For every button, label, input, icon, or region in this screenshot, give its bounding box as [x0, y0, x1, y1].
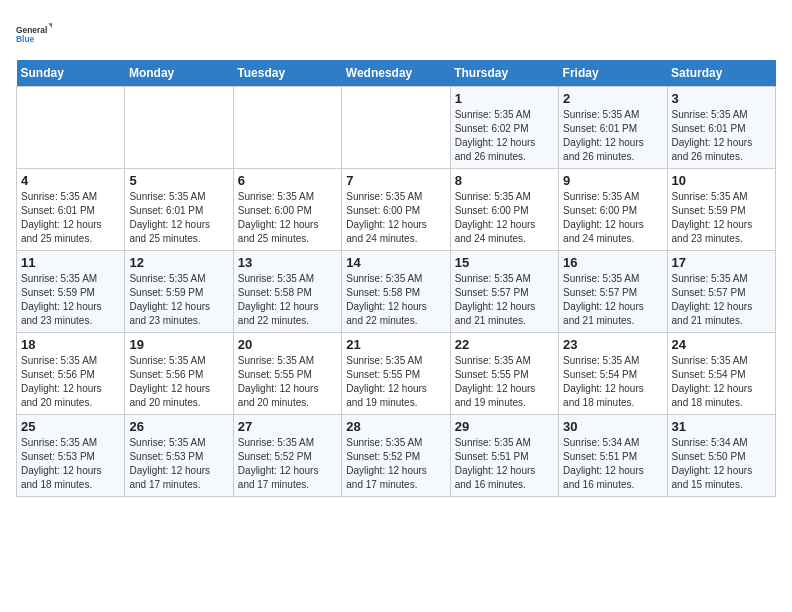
day-number: 13	[238, 255, 337, 270]
day-info: Sunrise: 5:35 AMSunset: 6:01 PMDaylight:…	[129, 190, 228, 246]
day-info: Sunrise: 5:35 AMSunset: 5:51 PMDaylight:…	[455, 436, 554, 492]
calendar-cell	[342, 87, 450, 169]
calendar-cell: 20Sunrise: 5:35 AMSunset: 5:55 PMDayligh…	[233, 333, 341, 415]
day-number: 20	[238, 337, 337, 352]
day-info: Sunrise: 5:34 AMSunset: 5:51 PMDaylight:…	[563, 436, 662, 492]
calendar-cell: 11Sunrise: 5:35 AMSunset: 5:59 PMDayligh…	[17, 251, 125, 333]
day-number: 11	[21, 255, 120, 270]
day-info: Sunrise: 5:35 AMSunset: 5:55 PMDaylight:…	[455, 354, 554, 410]
calendar-cell: 14Sunrise: 5:35 AMSunset: 5:58 PMDayligh…	[342, 251, 450, 333]
calendar-cell: 13Sunrise: 5:35 AMSunset: 5:58 PMDayligh…	[233, 251, 341, 333]
day-info: Sunrise: 5:35 AMSunset: 5:57 PMDaylight:…	[563, 272, 662, 328]
calendar-cell: 31Sunrise: 5:34 AMSunset: 5:50 PMDayligh…	[667, 415, 775, 497]
day-number: 25	[21, 419, 120, 434]
day-number: 29	[455, 419, 554, 434]
calendar-cell: 28Sunrise: 5:35 AMSunset: 5:52 PMDayligh…	[342, 415, 450, 497]
day-number: 12	[129, 255, 228, 270]
calendar-cell: 21Sunrise: 5:35 AMSunset: 5:55 PMDayligh…	[342, 333, 450, 415]
day-info: Sunrise: 5:35 AMSunset: 5:52 PMDaylight:…	[346, 436, 445, 492]
day-number: 14	[346, 255, 445, 270]
day-info: Sunrise: 5:35 AMSunset: 6:00 PMDaylight:…	[563, 190, 662, 246]
calendar-cell: 30Sunrise: 5:34 AMSunset: 5:51 PMDayligh…	[559, 415, 667, 497]
calendar-cell: 10Sunrise: 5:35 AMSunset: 5:59 PMDayligh…	[667, 169, 775, 251]
svg-text:General: General	[16, 25, 47, 35]
day-number: 21	[346, 337, 445, 352]
day-number: 16	[563, 255, 662, 270]
day-number: 17	[672, 255, 771, 270]
calendar-week-2: 4Sunrise: 5:35 AMSunset: 6:01 PMDaylight…	[17, 169, 776, 251]
calendar-cell: 26Sunrise: 5:35 AMSunset: 5:53 PMDayligh…	[125, 415, 233, 497]
day-number: 5	[129, 173, 228, 188]
calendar-cell: 3Sunrise: 5:35 AMSunset: 6:01 PMDaylight…	[667, 87, 775, 169]
calendar-cell: 5Sunrise: 5:35 AMSunset: 6:01 PMDaylight…	[125, 169, 233, 251]
calendar-cell: 4Sunrise: 5:35 AMSunset: 6:01 PMDaylight…	[17, 169, 125, 251]
calendar-cell: 18Sunrise: 5:35 AMSunset: 5:56 PMDayligh…	[17, 333, 125, 415]
day-info: Sunrise: 5:35 AMSunset: 5:55 PMDaylight:…	[238, 354, 337, 410]
day-info: Sunrise: 5:35 AMSunset: 5:57 PMDaylight:…	[455, 272, 554, 328]
day-number: 27	[238, 419, 337, 434]
calendar-cell: 8Sunrise: 5:35 AMSunset: 6:00 PMDaylight…	[450, 169, 558, 251]
day-info: Sunrise: 5:35 AMSunset: 5:56 PMDaylight:…	[129, 354, 228, 410]
day-number: 2	[563, 91, 662, 106]
day-info: Sunrise: 5:35 AMSunset: 5:54 PMDaylight:…	[672, 354, 771, 410]
day-number: 19	[129, 337, 228, 352]
day-number: 23	[563, 337, 662, 352]
day-info: Sunrise: 5:35 AMSunset: 5:58 PMDaylight:…	[238, 272, 337, 328]
day-info: Sunrise: 5:35 AMSunset: 5:57 PMDaylight:…	[672, 272, 771, 328]
calendar-cell	[233, 87, 341, 169]
day-number: 31	[672, 419, 771, 434]
calendar-cell: 27Sunrise: 5:35 AMSunset: 5:52 PMDayligh…	[233, 415, 341, 497]
calendar-cell: 25Sunrise: 5:35 AMSunset: 5:53 PMDayligh…	[17, 415, 125, 497]
day-number: 15	[455, 255, 554, 270]
day-info: Sunrise: 5:35 AMSunset: 6:00 PMDaylight:…	[455, 190, 554, 246]
day-info: Sunrise: 5:35 AMSunset: 5:59 PMDaylight:…	[129, 272, 228, 328]
day-number: 9	[563, 173, 662, 188]
page-header: General Blue	[16, 16, 776, 52]
calendar-table: SundayMondayTuesdayWednesdayThursdayFrid…	[16, 60, 776, 497]
day-info: Sunrise: 5:35 AMSunset: 5:59 PMDaylight:…	[672, 190, 771, 246]
day-info: Sunrise: 5:35 AMSunset: 6:00 PMDaylight:…	[346, 190, 445, 246]
calendar-cell: 12Sunrise: 5:35 AMSunset: 5:59 PMDayligh…	[125, 251, 233, 333]
day-number: 18	[21, 337, 120, 352]
day-number: 1	[455, 91, 554, 106]
calendar-cell: 16Sunrise: 5:35 AMSunset: 5:57 PMDayligh…	[559, 251, 667, 333]
day-info: Sunrise: 5:35 AMSunset: 6:00 PMDaylight:…	[238, 190, 337, 246]
day-number: 4	[21, 173, 120, 188]
header-monday: Monday	[125, 60, 233, 87]
day-info: Sunrise: 5:35 AMSunset: 6:01 PMDaylight:…	[21, 190, 120, 246]
calendar-week-5: 25Sunrise: 5:35 AMSunset: 5:53 PMDayligh…	[17, 415, 776, 497]
day-number: 3	[672, 91, 771, 106]
day-info: Sunrise: 5:35 AMSunset: 6:01 PMDaylight:…	[563, 108, 662, 164]
header-friday: Friday	[559, 60, 667, 87]
header-saturday: Saturday	[667, 60, 775, 87]
calendar-cell: 15Sunrise: 5:35 AMSunset: 5:57 PMDayligh…	[450, 251, 558, 333]
logo: General Blue	[16, 16, 52, 52]
day-number: 30	[563, 419, 662, 434]
day-info: Sunrise: 5:35 AMSunset: 5:52 PMDaylight:…	[238, 436, 337, 492]
day-info: Sunrise: 5:35 AMSunset: 5:56 PMDaylight:…	[21, 354, 120, 410]
calendar-header-row: SundayMondayTuesdayWednesdayThursdayFrid…	[17, 60, 776, 87]
calendar-cell: 19Sunrise: 5:35 AMSunset: 5:56 PMDayligh…	[125, 333, 233, 415]
calendar-cell	[125, 87, 233, 169]
calendar-cell: 9Sunrise: 5:35 AMSunset: 6:00 PMDaylight…	[559, 169, 667, 251]
day-number: 24	[672, 337, 771, 352]
day-number: 8	[455, 173, 554, 188]
calendar-cell: 17Sunrise: 5:35 AMSunset: 5:57 PMDayligh…	[667, 251, 775, 333]
calendar-week-1: 1Sunrise: 5:35 AMSunset: 6:02 PMDaylight…	[17, 87, 776, 169]
day-number: 22	[455, 337, 554, 352]
calendar-cell: 23Sunrise: 5:35 AMSunset: 5:54 PMDayligh…	[559, 333, 667, 415]
day-info: Sunrise: 5:35 AMSunset: 5:59 PMDaylight:…	[21, 272, 120, 328]
day-number: 10	[672, 173, 771, 188]
day-info: Sunrise: 5:35 AMSunset: 5:53 PMDaylight:…	[21, 436, 120, 492]
day-number: 6	[238, 173, 337, 188]
calendar-week-4: 18Sunrise: 5:35 AMSunset: 5:56 PMDayligh…	[17, 333, 776, 415]
calendar-week-3: 11Sunrise: 5:35 AMSunset: 5:59 PMDayligh…	[17, 251, 776, 333]
day-info: Sunrise: 5:35 AMSunset: 6:02 PMDaylight:…	[455, 108, 554, 164]
calendar-cell: 29Sunrise: 5:35 AMSunset: 5:51 PMDayligh…	[450, 415, 558, 497]
header-wednesday: Wednesday	[342, 60, 450, 87]
logo-svg: General Blue	[16, 16, 52, 52]
header-tuesday: Tuesday	[233, 60, 341, 87]
day-number: 26	[129, 419, 228, 434]
svg-text:Blue: Blue	[16, 34, 35, 44]
day-info: Sunrise: 5:34 AMSunset: 5:50 PMDaylight:…	[672, 436, 771, 492]
